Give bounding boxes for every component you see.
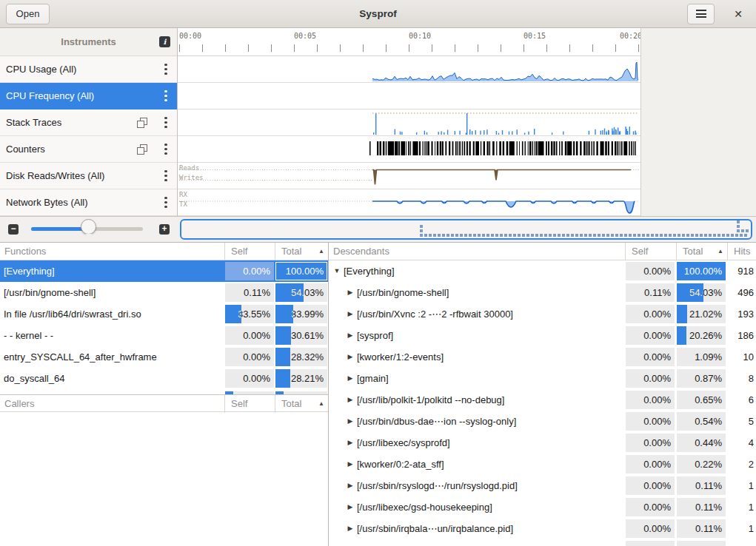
kebab-menu-icon[interactable]	[160, 90, 172, 102]
expander-closed-icon[interactable]: ▶	[346, 325, 355, 346]
zoom-in-button[interactable]: +	[159, 224, 170, 235]
stack-traces-chart[interactable]	[178, 109, 640, 136]
descendant-row[interactable]: ▶[/usr/sbin/irqbala⋯un/irqbalance.pid]0.…	[329, 518, 756, 539]
expander-closed-icon[interactable]: ▶	[346, 346, 355, 368]
sidebar-item-disk-reads-writes-all[interactable]: Disk Reads/Writes (All)	[0, 163, 177, 189]
kebab-menu-icon[interactable]	[160, 197, 172, 209]
kebab-menu-icon[interactable]	[160, 144, 172, 155]
descendant-row[interactable]: ▶[/usr/libexec/gsd-housekeeping]0.00%0.1…	[329, 496, 756, 518]
percent-cell: 0.00%	[225, 348, 274, 366]
sidebar-item-cpu-frequency-all[interactable]: CPU Frequency (All)	[0, 83, 177, 109]
instrument-label: Disk Reads/Writes (All)	[6, 170, 160, 181]
percent-value: 0.00%	[626, 391, 675, 409]
function-row[interactable]: In file /usr/lib64/dri/swrast_dri.so33.5…	[0, 303, 328, 325]
expander-closed-icon[interactable]: ▶	[346, 411, 355, 432]
descendant-name: [gmain]	[357, 368, 623, 389]
kebab-menu-icon[interactable]	[160, 117, 172, 129]
expander-closed-icon[interactable]: ▶	[346, 432, 355, 454]
function-row[interactable]: [/usr/bin/gnome-shell]0.11%54.03%54.03%	[0, 282, 328, 303]
descendant-row[interactable]: ▶[/usr/libexec/sysprofd]0.00%0.44%4	[329, 432, 756, 454]
timeline-filler	[640, 28, 756, 216]
callers-self-column-header[interactable]: Self	[224, 395, 275, 413]
descendant-row[interactable]: ▶[kworker/1:2-events]0.00%1.09%10	[329, 346, 756, 368]
copy-icon[interactable]	[137, 144, 147, 155]
open-button[interactable]: Open	[6, 4, 50, 24]
percent-value: 0.00%	[626, 455, 675, 473]
expander-closed-icon[interactable]: ▶	[346, 518, 355, 539]
expander-closed-icon[interactable]: ▶	[346, 475, 355, 496]
descendant-row[interactable]: ▶[kworker/0:2-ata_sff]0.00%0.22%2	[329, 454, 756, 475]
descendant-row-partial[interactable]	[329, 539, 756, 546]
percent-cell: 0.00%	[626, 412, 675, 431]
expander-closed-icon[interactable]: ▶	[346, 454, 355, 475]
descendant-row[interactable]: ▶[/usr/bin/Xvnc :2 -⋯2 -rfbwait 30000]0.…	[329, 303, 756, 325]
descendants-column-header[interactable]: Descendants	[333, 243, 389, 260]
percent-value: 0.11%	[626, 283, 675, 302]
cpu-frequency-chart[interactable]	[178, 83, 640, 109]
percent-value: 0.11%	[677, 476, 726, 495]
functions-self-column-header[interactable]: Self	[224, 243, 275, 260]
time-ruler[interactable]: 00:0000:0500:1000:1500:20	[178, 28, 640, 56]
kebab-menu-icon[interactable]	[160, 64, 172, 75]
percent-cell: 0.00%	[626, 348, 675, 366]
sidebar-item-stack-traces[interactable]: Stack Traces	[0, 109, 177, 136]
descendant-row[interactable]: ▶[/usr/bin/dbus-dae⋯ion --syslog-only]0.…	[329, 411, 756, 432]
function-row[interactable]: do_syscall_640.00%28.21%28.21%	[0, 368, 328, 389]
percent-cell: 100.00%	[275, 262, 327, 280]
sidebar-item-counters[interactable]: Counters	[0, 136, 177, 163]
zoom-slider-handle[interactable]	[81, 219, 96, 235]
sort-ascending-icon: ▲	[318, 395, 324, 413]
callers-header-row: Callers Self Total▲	[0, 394, 328, 412]
expander-closed-icon[interactable]: ▶	[346, 368, 355, 389]
instrument-label: CPU Frequency (All)	[6, 90, 160, 101]
expander-closed-icon[interactable]: ▶	[346, 389, 355, 411]
network-chart[interactable]: RX TX	[178, 189, 640, 216]
descendant-name: [/usr/libexec/sysprofd]	[357, 432, 623, 454]
expander-closed-icon[interactable]: ▶	[346, 282, 355, 303]
function-row[interactable]: [Everything]0.00%100.00%	[0, 260, 328, 282]
cpu-usage-chart[interactable]	[178, 56, 640, 83]
descendants-hits-column-header[interactable]: Hits	[727, 243, 756, 260]
copy-icon[interactable]	[137, 118, 147, 128]
percent-value: 0.00%	[626, 519, 675, 538]
descendant-row[interactable]: ▶[sysprof]0.00%20.26%20.26%186	[329, 325, 756, 346]
expander-closed-icon[interactable]: ▶	[346, 303, 355, 325]
descendant-row[interactable]: ▶[/usr/bin/gnome-shell]0.11%54.03%54.03%…	[329, 282, 756, 303]
disk-chart[interactable]: Reads Writes	[178, 163, 640, 189]
percent-cell: 0.00%	[626, 369, 675, 388]
info-icon[interactable]: i	[159, 36, 170, 47]
hits-value: 6	[729, 389, 754, 411]
functions-column-header[interactable]: Functions	[4, 243, 46, 260]
menu-button[interactable]	[687, 4, 715, 24]
sidebar-item-network-bytes-all[interactable]: Network Bytes (All)	[0, 189, 177, 216]
descendant-name: [/usr/bin/gnome-shell]	[357, 282, 623, 303]
descendant-row[interactable]: ▶[/usr/sbin/rsyslogd⋯/run/rsyslogd.pid]0…	[329, 475, 756, 496]
sidebar-item-cpu-usage-all[interactable]: CPU Usage (All)	[0, 56, 177, 83]
instrument-label: Network Bytes (All)	[6, 197, 160, 208]
percent-value: 0.00%	[225, 326, 274, 345]
recording-overview[interactable]	[180, 219, 752, 240]
counters-chart[interactable]	[178, 136, 640, 163]
hits-value: 1	[729, 475, 754, 496]
expander-closed-icon[interactable]: ▶	[346, 496, 355, 518]
descendants-self-column-header[interactable]: Self	[625, 243, 676, 260]
callers-column-header[interactable]: Callers	[4, 395, 34, 413]
descendant-row[interactable]: ▶[/usr/lib/polkit-1/polkitd --no-debug]0…	[329, 389, 756, 411]
percent-cell: 54.03%54.03%	[275, 283, 327, 302]
kebab-menu-icon[interactable]	[160, 170, 172, 182]
function-row[interactable]: entry_SYSCALL_64_after_hwframe0.00%28.32…	[0, 346, 328, 368]
function-row[interactable]: - - kernel - -0.00%30.61%30.61%	[0, 325, 328, 346]
descendant-row[interactable]: ▶[gmain]0.00%0.87%8	[329, 368, 756, 389]
percent-value: 0.00%	[626, 498, 675, 516]
functions-total-column-header[interactable]: Total▲	[275, 243, 328, 260]
descendants-total-column-header[interactable]: Total▲	[676, 243, 727, 260]
descendants-header-row: Descendants Self Total▲ Hits	[329, 243, 756, 260]
callers-total-column-header[interactable]: Total▲	[275, 395, 328, 413]
percent-cell: 0.11%	[677, 476, 726, 495]
function-row-partial[interactable]	[0, 389, 328, 394]
close-button[interactable]: ✕	[727, 4, 749, 24]
expander-open-icon[interactable]: ▼	[332, 260, 341, 282]
functions-header-row: Functions Self Total▲	[0, 243, 328, 260]
descendant-row[interactable]: ▼[Everything]0.00%100.00%918	[329, 260, 756, 282]
zoom-out-button[interactable]: −	[8, 224, 19, 235]
